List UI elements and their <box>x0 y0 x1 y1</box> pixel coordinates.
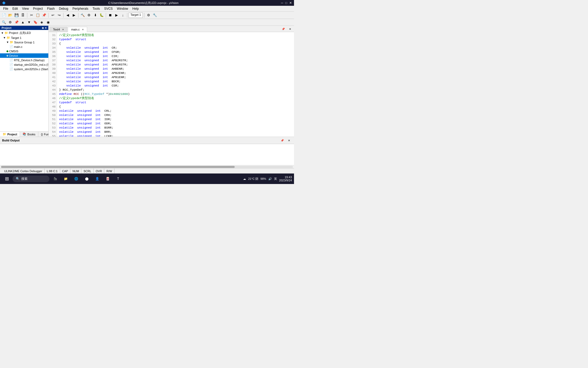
bookmark-button[interactable]: 🔖 <box>33 19 38 25</box>
copy-button[interactable]: 📋 <box>35 12 41 18</box>
save-button[interactable]: 💾 <box>14 12 19 18</box>
code-line-50: volatile unsigned int CRL; <box>59 109 292 113</box>
arrow-down-button[interactable]: ▼ <box>26 19 32 25</box>
step-button[interactable]: ↓ <box>120 12 126 18</box>
extra2-button[interactable]: ◉ <box>45 19 51 25</box>
cut-button[interactable]: ✂ <box>29 12 34 18</box>
menu-item-help[interactable]: Help <box>130 6 141 11</box>
tree-startup[interactable]: 📄 startup_stm32f10x_md.s (Startup) <box>0 62 48 67</box>
navigate-back-button[interactable]: ◀ <box>65 12 71 18</box>
download-button[interactable]: ⬇ <box>92 12 98 18</box>
build-button[interactable]: 🔨 <box>80 12 86 18</box>
title-bar-title: C:\Users\lenovo\Documents\点亮LED.uvprojx … <box>108 1 178 5</box>
tab-text4[interactable]: Text4 × <box>50 27 67 32</box>
taskbar-app-kanji[interactable]: 🀄 <box>103 174 112 183</box>
taskbar-app-text[interactable]: T <box>113 174 123 183</box>
project-panel-title: Project <box>2 26 11 29</box>
code-line-41: volatile unsigned int APB1ENR; <box>59 75 292 79</box>
open-file-button[interactable]: 📂 <box>7 12 13 18</box>
editor-close-button[interactable]: ✕ <box>287 26 293 32</box>
options-button[interactable]: 🔧 <box>152 12 158 18</box>
minimize-button[interactable]: ─ <box>281 1 283 5</box>
code-line-49: { <box>59 105 292 109</box>
target-selector[interactable]: Target 1 <box>129 13 143 18</box>
tree-system[interactable]: 📄 system_stm32f10x.c (Startup) <box>0 67 48 71</box>
find-in-files-button[interactable]: 🔍 <box>1 19 7 25</box>
toolbar-separator-4 <box>78 13 78 18</box>
status-ovr: OVR <box>94 168 104 173</box>
menu-item-peripherals[interactable]: Peripherals <box>70 6 91 11</box>
code-lines[interactable]: //定义typedef类型别名typedef struct{ volatile … <box>57 32 294 137</box>
tree-main-c[interactable]: 📄 main.c <box>0 44 48 49</box>
tab-books[interactable]: 📚 Books <box>20 132 38 137</box>
code-line-46: #define RCC ((RCC_TypeDef *)0x40021000) <box>59 92 292 96</box>
close-button[interactable]: ✕ <box>289 1 292 5</box>
extra1-button[interactable]: ◈ <box>39 19 45 25</box>
status-position-text: L:88 C:1 <box>47 170 58 173</box>
tree-target1[interactable]: ▼ 📁 Target 1 <box>0 35 48 40</box>
tree-cmsis[interactable]: ◆ CMSIS <box>0 49 48 53</box>
tree-device[interactable]: ◆ Device <box>0 53 48 58</box>
menu-item-svcs[interactable]: SVCS <box>102 6 115 11</box>
menu-item-view[interactable]: View <box>20 6 31 11</box>
tree-rte-device[interactable]: 📄 RTE_Device.h (Startup) <box>0 58 48 62</box>
build-output-close-button[interactable]: ✕ <box>286 137 292 143</box>
proj-tab-icon: 📁 <box>3 132 6 136</box>
navigate-fwd-button[interactable]: ▶ <box>71 12 77 18</box>
build-output-pin-button[interactable]: 📌 <box>279 137 285 143</box>
tree-project-icon: 📁 <box>4 31 8 35</box>
tab-main-c-close[interactable]: × <box>82 28 84 31</box>
paste-button[interactable]: 📌 <box>41 12 47 18</box>
menu-item-flash[interactable]: Flash <box>45 6 57 11</box>
settings-button[interactable]: ⚙ <box>7 19 13 25</box>
menu-item-tools[interactable]: Tools <box>91 6 102 11</box>
build-all-button[interactable]: ⚙ <box>86 12 92 18</box>
status-debugger: ULINK2/ME Cortex Debugger <box>2 168 45 173</box>
new-file-button[interactable]: 📄 <box>1 12 7 18</box>
taskbar-app-avatar[interactable]: 👤 <box>92 174 102 183</box>
taskbar-app-chrome[interactable]: ⬤ <box>82 174 91 183</box>
menu-item-debug[interactable]: Debug <box>57 6 70 11</box>
run-button[interactable]: ▶ <box>114 12 119 18</box>
tab-project[interactable]: 📁 Project <box>0 132 20 137</box>
taskbar-app-files[interactable]: 📁 <box>61 174 70 183</box>
pin-button[interactable]: 📌 <box>14 19 19 25</box>
save-all-button[interactable]: 🗄 <box>20 12 26 18</box>
start-button[interactable]: ⊞ <box>2 174 12 183</box>
menu-item-file[interactable]: File <box>1 6 10 11</box>
maximize-button[interactable]: □ <box>285 1 287 5</box>
toolbar2: 🔍 ⚙ 📌 ▲ ▼ 🔖 ◈ ◉ <box>0 19 294 26</box>
code-editor[interactable]: 3132333435363738394041424344454647484950… <box>49 32 294 137</box>
undo-button[interactable]: ↩ <box>50 12 56 18</box>
status-scrl: SCRL <box>81 168 93 173</box>
tab-main-c[interactable]: main.c × <box>68 27 87 32</box>
status-ovr-text: OVR <box>96 170 102 173</box>
scrollbar-thumb[interactable] <box>1 166 235 168</box>
tab-text4-close[interactable]: × <box>62 28 64 31</box>
status-num-text: NUM <box>72 170 79 173</box>
debug-button[interactable]: 🐛 <box>99 12 104 18</box>
code-line-44: } RCC_TypeDef; <box>59 88 292 92</box>
taskbar-app-gorilla[interactable]: 🦍 <box>50 174 60 183</box>
manage-button[interactable]: ⚙ <box>146 12 151 18</box>
status-cap: CAP <box>60 168 71 173</box>
redo-button[interactable]: ↪ <box>56 12 62 18</box>
code-line-53: volatile unsigned int ODR; <box>59 121 292 126</box>
code-line-34: volatile unsigned int CR; <box>59 46 292 50</box>
tree-project-root[interactable]: ▼ 📁 Project: 点亮LED <box>0 30 48 35</box>
toolbar-separator-1 <box>27 13 27 18</box>
taskbar-app-edge[interactable]: 🌐 <box>71 174 81 183</box>
menu-item-edit[interactable]: Edit <box>10 6 20 11</box>
editor-pin-button[interactable]: 📌 <box>280 26 286 32</box>
menu-item-project[interactable]: Project <box>31 6 45 11</box>
arrow-up-button[interactable]: ▲ <box>20 19 26 25</box>
code-line-47: //定义typedef类型别名 <box>59 96 292 100</box>
menu-bar: FileEditViewProjectFlashDebugPeripherals… <box>0 6 294 12</box>
build-output-header: Build Output 📌 ✕ <box>0 137 294 144</box>
menu-item-window[interactable]: Window <box>115 6 130 11</box>
horizontal-scrollbar[interactable] <box>0 165 294 168</box>
tree-expand-icon: ▼ <box>3 36 6 39</box>
taskbar-search[interactable]: 🔍 搜索 <box>13 176 49 182</box>
stop-button[interactable]: ⏹ <box>107 12 113 18</box>
tree-source-group[interactable]: ▼ 📁 Source Group 1 <box>0 40 48 44</box>
